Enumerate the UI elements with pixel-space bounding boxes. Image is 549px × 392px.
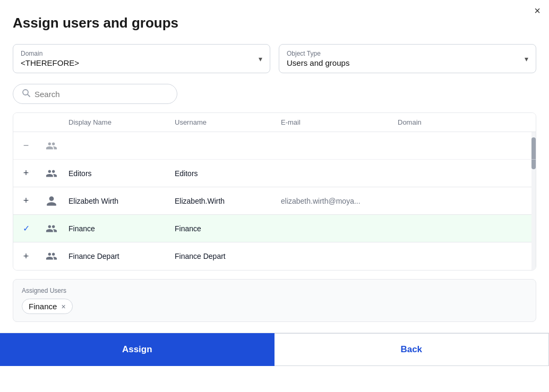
display-name-cell: Finance Depart — [64, 252, 170, 260]
dropdowns-row: Domain <THEREFORE> ▾ Object Type Users a… — [13, 44, 536, 73]
username-cell: Finance Depart — [170, 252, 277, 260]
col-email: E-mail — [277, 118, 393, 126]
col-action — [13, 118, 39, 126]
display-name-cell: Finance — [64, 224, 170, 233]
table-header: Display Name Username E-mail Domain — [13, 113, 536, 132]
assigned-tags-list: Finance × — [22, 299, 527, 314]
email-cell: elizabeth.wirth@moya... — [277, 197, 393, 205]
row-action-icon[interactable]: + — [13, 251, 39, 262]
table-row[interactable]: + Finance Depart Finance Depart — [13, 242, 536, 270]
row-action-icon[interactable]: + — [13, 195, 39, 206]
table-body: − + Editors Editors — [13, 132, 536, 270]
object-type-label: Object Type — [287, 50, 528, 57]
username-cell: Elizabeth.Wirth — [170, 197, 277, 205]
search-icon — [22, 89, 30, 99]
row-action-icon[interactable]: + — [13, 168, 39, 179]
search-box[interactable] — [13, 84, 177, 104]
footer-buttons: Assign Back — [0, 333, 549, 366]
domain-dropdown[interactable]: Domain <THEREFORE> ▾ — [13, 44, 270, 73]
back-button[interactable]: Back — [274, 333, 550, 366]
col-username: Username — [170, 118, 277, 126]
row-type-icon — [39, 250, 64, 262]
row-type-icon — [39, 140, 64, 152]
object-type-dropdown[interactable]: Object Type Users and groups ▾ — [279, 44, 536, 73]
domain-value: <THEREFORE> — [21, 58, 262, 67]
assign-users-dialog: × Assign users and groups Domain <THEREF… — [0, 0, 549, 392]
row-type-icon — [39, 223, 64, 234]
users-table: Display Name Username E-mail Domain − — [13, 112, 536, 271]
assign-button[interactable]: Assign — [0, 333, 274, 366]
row-check-icon[interactable]: ✓ — [13, 223, 39, 233]
assigned-tag: Finance × — [22, 299, 73, 314]
assigned-users-section: Assigned Users Finance × — [13, 279, 536, 322]
table-row[interactable]: + Editors Editors — [13, 160, 536, 187]
col-icon — [39, 118, 64, 126]
col-display-name: Display Name — [64, 118, 170, 126]
tag-remove-button[interactable]: × — [61, 303, 65, 310]
row-type-icon — [39, 168, 64, 179]
search-input[interactable] — [35, 90, 168, 99]
username-cell: Finance — [170, 224, 277, 233]
row-action-icon[interactable]: − — [13, 140, 39, 151]
row-type-icon — [39, 195, 64, 207]
close-button[interactable]: × — [534, 5, 541, 16]
object-type-value: Users and groups — [287, 58, 528, 67]
domain-chevron-icon: ▾ — [259, 55, 262, 63]
assigned-users-label: Assigned Users — [22, 287, 527, 294]
domain-label: Domain — [21, 50, 262, 57]
assigned-tag-name: Finance — [29, 302, 57, 311]
svg-line-1 — [28, 94, 30, 97]
col-domain: Domain — [393, 118, 536, 126]
display-name-cell: Elizabeth Wirth — [64, 197, 170, 205]
table-row[interactable]: − — [13, 132, 536, 160]
object-type-chevron-icon: ▾ — [525, 55, 528, 63]
table-row-selected[interactable]: ✓ Finance Finance — [13, 215, 536, 242]
username-cell: Editors — [170, 169, 277, 178]
table-row[interactable]: + Elizabeth Wirth Elizabeth.Wirth elizab… — [13, 187, 536, 215]
display-name-cell: Editors — [64, 169, 170, 178]
dialog-title: Assign users and groups — [13, 15, 536, 31]
